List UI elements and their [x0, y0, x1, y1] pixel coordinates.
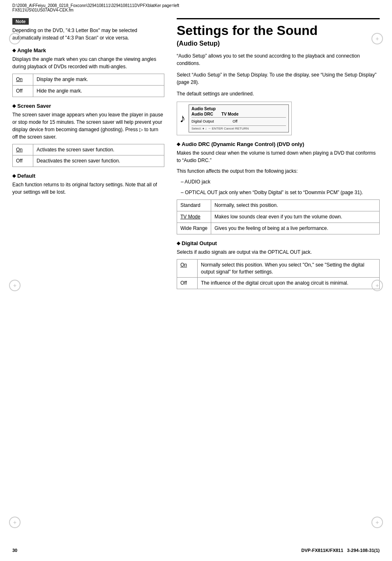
left-column: Note Depending on the DVD, "4:3 Letter B…	[12, 18, 164, 295]
right-column: Settings for the Sound (Audio Setup) “Au…	[177, 18, 380, 295]
page-number: 30	[12, 548, 17, 553]
audio-drc-bullet1: – AUDIO jack	[177, 178, 380, 185]
header-path-line1: D:\2008_A\FFeiyu_2008_0218_Foxconn\32941…	[12, 3, 179, 8]
corner-decoration-bl	[9, 517, 21, 528]
page-title: Settings for the Sound	[177, 18, 380, 38]
setup-col1-header: Audio DRC	[191, 112, 213, 116]
screen-saver-description: The screen saver image appears when you …	[12, 111, 164, 141]
page-footer: 30 DVP-FX811K/FX811 3-294-108-31(1)	[0, 548, 392, 553]
table-row: On Activates the screen saver function.	[13, 144, 164, 155]
corner-decoration-br	[371, 517, 383, 528]
angle-on-label: On	[13, 74, 33, 86]
digital-on-label: On	[177, 259, 198, 278]
drc-widerange-value: Gives you the feeling of being at a live…	[211, 223, 380, 234]
setup-screen-row: Digital Output Off	[191, 119, 286, 124]
table-row: Off Hide the angle mark.	[13, 85, 164, 97]
digital-off-label: Off	[177, 278, 198, 289]
screen-saver-table: On Activates the screen saver function. …	[12, 144, 164, 167]
table-row: On Normally select this position. When y…	[177, 259, 380, 278]
header-path-line2: FX811\US\01US07ADV4-CEK.fm	[12, 8, 179, 12]
audio-drc-desc2: This function affects the output from th…	[177, 167, 380, 175]
setup-col2-header: TV Mode	[221, 112, 239, 116]
angle-mark-header: Angle Mark	[12, 47, 164, 53]
note-label: Note	[12, 18, 29, 25]
angle-off-value: Hide the angle mark.	[33, 85, 164, 97]
drc-widerange-label: Wide Range	[177, 223, 211, 234]
audio-drc-bullet2: – OPTICAL OUT jack only when “Dolby Digi…	[177, 189, 380, 196]
table-row: Off The influence of the digital circuit…	[177, 278, 380, 289]
music-note-icon: ♪	[180, 113, 185, 124]
audio-drc-header: Audio DRC (Dynamic Range Control) (DVD o…	[177, 141, 380, 147]
default-description: Each function returns to its original fa…	[12, 181, 164, 196]
angle-mark-table: On Display the angle mark. Off Hide the …	[12, 74, 164, 97]
digital-output-header: Digital Output	[177, 240, 380, 246]
intro-text-1: “Audio Setup” allows you to set the soun…	[177, 52, 380, 67]
saver-on-value: Activates the screen saver function.	[33, 144, 164, 155]
corner-decoration-mr	[371, 280, 383, 291]
setup-screen-footer: Select: ♦ ↓ → ENTER Cancel RETURN	[191, 125, 286, 130]
footer-model-code: DVP-FX811K/FX811 3-294-108-31(1)	[301, 548, 380, 553]
table-row: TV Mode Makes low sounds clear even if y…	[177, 211, 380, 223]
note-box: Note Depending on the DVD, "4:3 Letter B…	[12, 18, 164, 42]
corner-decoration-tr	[371, 33, 383, 44]
page-container: Note Depending on the DVD, "4:3 Letter B…	[0, 14, 392, 307]
setup-screen-header: Audio DRC TV Mode	[191, 112, 286, 118]
default-header: Default	[12, 173, 164, 179]
screen-saver-header: Screen Saver	[12, 103, 164, 109]
angle-off-label: Off	[13, 85, 33, 97]
intro-text-3: The default settings are underlined.	[177, 90, 380, 97]
table-row: Standard Normally, select this position.	[177, 200, 380, 211]
drc-standard-label: Standard	[177, 200, 211, 211]
intro-text-2: Select “Audio Setup” in the Setup Displa…	[177, 71, 380, 86]
table-row: Off Deactivates the screen saver functio…	[13, 155, 164, 167]
model-code: 3-294-108-31(1)	[347, 548, 380, 553]
table-row: On Display the angle mark.	[13, 74, 164, 86]
setup-display: ♪ Audio Setup Audio DRC TV Mode Digital …	[177, 102, 292, 135]
digital-output-desc: Selects if audio signals are output via …	[177, 248, 380, 256]
angle-on-value: Display the angle mark.	[33, 74, 164, 86]
saver-off-value: Deactivates the screen saver function.	[33, 155, 164, 167]
digital-on-value: Normally select this position. When you …	[198, 259, 380, 278]
digital-output-table: On Normally select this position. When y…	[177, 259, 380, 289]
page-subtitle: (Audio Setup)	[177, 40, 380, 47]
digital-off-value: The influence of the digital circuit upo…	[198, 278, 380, 289]
audio-drc-desc1: Makes the sound clear when the volume is…	[177, 149, 380, 164]
model-name: DVP-FX811K/FX811	[301, 548, 343, 553]
angle-mark-description: Displays the angle mark when you can cha…	[12, 56, 164, 70]
setup-screen: Audio Setup Audio DRC TV Mode Digital Ou…	[189, 104, 289, 132]
corner-decoration-ml	[9, 280, 21, 291]
page-header: D:\2008_A\FFeiyu_2008_0218_Foxconn\32941…	[0, 0, 392, 14]
setup-row1-col1: Digital Output	[191, 119, 224, 123]
corner-decoration-tl	[9, 33, 21, 44]
setup-row1-col2: Off	[233, 119, 238, 123]
drc-standard-value: Normally, select this position.	[211, 200, 380, 211]
audio-drc-table: Standard Normally, select this position.…	[177, 199, 380, 234]
note-text: Depending on the DVD, "4:3 Letter Box" m…	[12, 27, 164, 42]
drc-tvmode-label: TV Mode	[177, 211, 211, 223]
saver-off-label: Off	[13, 155, 33, 167]
saver-on-label: On	[13, 144, 33, 155]
drc-tvmode-value: Makes low sounds clear even if you turn …	[211, 211, 380, 223]
table-row: Wide Range Gives you the feeling of bein…	[177, 223, 380, 234]
